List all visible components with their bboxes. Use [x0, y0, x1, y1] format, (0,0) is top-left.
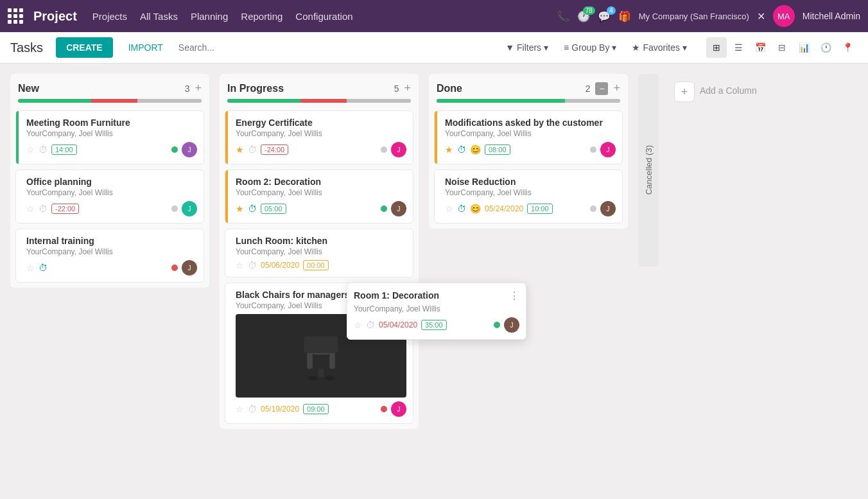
avatar: J	[600, 201, 616, 216]
company-selector[interactable]: My Company (San Francisco)	[639, 12, 749, 21]
column-inprogress-progress	[227, 99, 411, 103]
clock-badge: 78	[583, 6, 595, 15]
card-meeting-room[interactable]: Meeting Room Furniture YourCompany, Joel…	[15, 110, 204, 164]
card-energy-certificate[interactable]: Energy Certificate YourCompany, Joel Wil…	[225, 110, 413, 164]
star-icon[interactable]: ★	[445, 144, 453, 155]
svg-point-6	[308, 376, 317, 381]
card-internal-training[interactable]: Internal training YourCompany, Joel Will…	[15, 229, 204, 283]
star-icon[interactable]: ☆	[445, 204, 453, 214]
phone-icon[interactable]: 📞	[557, 10, 569, 22]
card-footer: ☆ ⏱ -22:00 J	[26, 201, 197, 216]
chat-icon[interactable]: 💬 4	[598, 10, 611, 22]
column-done-add[interactable]: +	[613, 82, 620, 95]
groupby-button[interactable]: ≡ Group By ▾	[557, 39, 623, 57]
timer-icon[interactable]: ⏱	[457, 204, 466, 214]
timer-icon[interactable]: ⏱	[248, 204, 257, 214]
user-name: Mitchell Admin	[803, 11, 860, 21]
filter-chevron: ▾	[544, 42, 548, 53]
column-inprogress-cards: Energy Certificate YourCompany, Joel Wil…	[220, 108, 419, 429]
chart-view-icon[interactable]: 📊	[794, 37, 814, 58]
card-office-planning[interactable]: Office planning YourCompany, Joel Willis…	[15, 170, 204, 223]
nav-configuration[interactable]: Configuration	[295, 11, 352, 22]
clock-icon[interactable]: 🕐 78	[577, 10, 590, 22]
column-inprogress: In Progress 5 + Energy Certificate YourC…	[220, 74, 419, 429]
star-icon[interactable]: ★	[236, 204, 244, 214]
table-view-icon[interactable]: ⊟	[772, 37, 792, 58]
time-badge: 05:00	[261, 204, 286, 214]
timer-icon[interactable]: ⏱	[39, 263, 48, 273]
close-icon[interactable]: ✕	[757, 10, 765, 22]
nav-projects[interactable]: Projects	[92, 11, 127, 22]
map-view-icon[interactable]: 📍	[837, 37, 858, 58]
card-room2-decoration[interactable]: Room 2: Decoration YourCompany, Joel Wil…	[225, 170, 413, 223]
app-grid-icon[interactable]	[8, 8, 23, 24]
user-avatar[interactable]: MA	[773, 5, 795, 27]
column-new-add[interactable]: +	[195, 82, 202, 95]
nav-all-tasks[interactable]: All Tasks	[140, 11, 178, 22]
star-icon[interactable]: ☆	[236, 404, 244, 414]
kanban-view-icon[interactable]: ⊞	[706, 37, 727, 58]
star-icon[interactable]: ☆	[26, 204, 35, 214]
date-text: 05/06/2020	[261, 261, 299, 270]
timer-icon[interactable]: ⏱	[366, 320, 375, 330]
svg-rect-2	[307, 352, 313, 369]
card-company: YourCompany, Joel Willis	[236, 188, 406, 197]
star-icon[interactable]: ☆	[26, 263, 35, 273]
timer-icon[interactable]: ⏱	[248, 260, 257, 270]
groupby-icon: ≡	[564, 42, 569, 53]
cancelled-column[interactable]: Cancelled (3)	[638, 74, 659, 267]
timer-icon[interactable]: ⏱	[39, 144, 48, 155]
timer-icon[interactable]: ⏱	[248, 144, 257, 155]
status-dot	[381, 406, 387, 412]
card-noise-reduction[interactable]: Noise Reduction YourCompany, Joel Willis…	[434, 170, 623, 223]
create-button[interactable]: CREATE	[56, 37, 113, 58]
star-icon: ★	[632, 42, 640, 53]
column-inprogress-add[interactable]: +	[404, 82, 411, 95]
time-badge: 14:00	[51, 144, 77, 155]
date-text: 05/19/2020	[261, 405, 299, 414]
filters-button[interactable]: ▼ Filters ▾	[499, 39, 555, 57]
column-done-progress	[437, 99, 620, 103]
star-icon[interactable]: ☆	[26, 144, 35, 155]
star-icon[interactable]: ☆	[236, 260, 244, 270]
column-new-cards: Meeting Room Furniture YourCompany, Joel…	[10, 108, 209, 288]
favorites-button[interactable]: ★ Favorites ▾	[625, 39, 693, 57]
star-icon[interactable]: ☆	[354, 320, 362, 330]
card-title: Energy Certificate	[236, 118, 406, 128]
calendar-view-icon[interactable]: 📅	[750, 37, 770, 58]
card-title: Modifications asked by the customer	[445, 118, 616, 128]
timer-icon[interactable]: ⏱	[39, 204, 48, 214]
search-input[interactable]	[178, 42, 491, 53]
time-badge: 35:00	[421, 320, 447, 330]
card-modifications[interactable]: Modifications asked by the customer Your…	[434, 110, 623, 164]
star-icon[interactable]: ★	[236, 144, 244, 155]
column-inprogress-title: In Progress	[227, 83, 386, 94]
floating-card-title: Room 1: Decoration	[354, 290, 439, 301]
column-new-header: New 3 +	[10, 74, 209, 99]
card-title: Meeting Room Furniture	[26, 118, 197, 128]
add-column-button[interactable]: +	[674, 82, 695, 102]
floating-card[interactable]: Room 1: Decoration ⋮ YourCompany, Joel W…	[347, 283, 526, 340]
gift-icon[interactable]: 🎁	[618, 10, 631, 22]
time-badge: 09:00	[303, 404, 329, 414]
card-company: YourCompany, Joel Willis	[26, 188, 197, 197]
context-menu-icon[interactable]: ⋮	[509, 290, 519, 302]
timer-icon[interactable]: ⏱	[457, 144, 466, 155]
column-done-minus[interactable]: −	[595, 82, 608, 95]
add-column[interactable]: + Add a Column	[669, 74, 785, 110]
timer-icon[interactable]: ⏱	[248, 404, 257, 414]
column-new: New 3 + Meeting Room Furniture YourCompa…	[10, 74, 209, 288]
status-dot	[381, 206, 387, 212]
nav-planning[interactable]: Planning	[191, 11, 228, 22]
list-view-icon[interactable]: ☰	[728, 37, 749, 58]
cancelled-column-body[interactable]: Cancelled (3)	[638, 74, 659, 267]
column-done-count: 2	[586, 83, 591, 94]
status-dot	[494, 322, 500, 328]
card-company: YourCompany, Joel Willis	[445, 188, 616, 197]
nav-reporting[interactable]: Reporting	[241, 11, 282, 22]
import-button[interactable]: IMPORT	[121, 37, 171, 58]
card-title: Noise Reduction	[445, 177, 616, 187]
card-lunch-room[interactable]: Lunch Room: kitchen YourCompany, Joel Wi…	[225, 229, 413, 277]
avatar: J	[182, 201, 197, 216]
clock-view-icon[interactable]: 🕐	[815, 37, 836, 58]
